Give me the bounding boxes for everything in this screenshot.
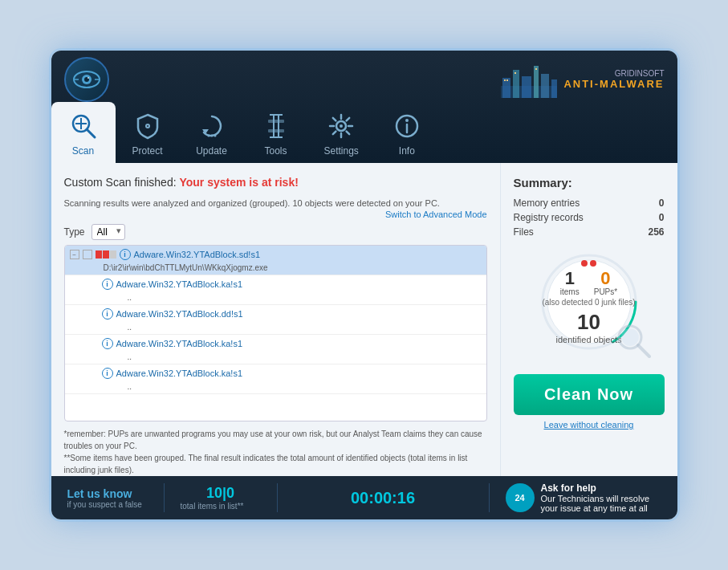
- leave-without-cleaning-link[interactable]: Leave without cleaning: [514, 420, 665, 430]
- summary-visual: 1 items 0 PUPs* (also detected 0 junk fi…: [514, 246, 665, 358]
- svg-rect-9: [522, 76, 531, 98]
- footer-divider-1: [164, 483, 165, 512]
- filter-bar: Type All: [64, 224, 487, 240]
- settings-icon: [325, 110, 357, 142]
- nav-settings-label: Settings: [324, 145, 359, 157]
- summary-files-row: Files 256: [514, 226, 665, 238]
- footer-help: 24 Ask for help Our Technicians will res…: [506, 482, 661, 513]
- switch-mode-link[interactable]: Switch to Advanced Mode: [385, 210, 487, 219]
- svg-rect-28: [268, 120, 284, 123]
- files-label: Files: [514, 226, 534, 238]
- result-row-main: − i Adware.Win32.YTAdBlock.sd!s1: [65, 246, 486, 263]
- pups-count: 0: [594, 270, 617, 287]
- let-us-know-text[interactable]: Let us know: [67, 487, 148, 500]
- footer-count-section: 10|0 total items in list**: [181, 485, 261, 511]
- nav-update[interactable]: Update: [180, 102, 244, 163]
- eye-icon: [73, 71, 100, 88]
- result-row-main: i Adware.Win32.YTAdBlock.ka!s1: [89, 335, 486, 352]
- footer: Let us know if you suspect a false 10|0 …: [51, 476, 677, 519]
- result-row-main: i Adware.Win32.YTAdBlock.ka!s1: [89, 275, 486, 293]
- tools-icon: [260, 110, 292, 142]
- registry-value: 0: [659, 212, 665, 223]
- threat-path: D:\ir2\ir\win\bdChTTLMytUn\WKkqXjogmz.ex…: [65, 263, 486, 275]
- svg-marker-23: [202, 129, 209, 134]
- svg-rect-10: [534, 66, 539, 98]
- result-checkbox[interactable]: [83, 250, 92, 259]
- files-value: 256: [648, 226, 664, 238]
- scan-subtitle: Scanning results were analyzed and organ…: [64, 198, 440, 208]
- brand-area: GRIDINSOFT ANTI-MALWARE: [501, 62, 664, 98]
- help-sub: Our Technicians will resolve your issue …: [541, 494, 661, 513]
- nav-protect[interactable]: Protect: [116, 102, 180, 163]
- svg-point-3: [87, 77, 89, 79]
- logo-area: [64, 57, 109, 102]
- protect-icon: [132, 110, 164, 142]
- svg-point-22: [147, 125, 148, 127]
- threat-path: ..: [89, 382, 486, 393]
- item-count: 10|0: [181, 485, 261, 502]
- table-row[interactable]: i Adware.Win32.YTAdBlock.ka!s1 ..: [65, 335, 486, 364]
- summary-circle: 1 items 0 PUPs* (also detected 0 junk fi…: [533, 246, 645, 358]
- header-top: GRIDINSOFT ANTI-MALWARE: [51, 51, 677, 102]
- footer-divider-2: [277, 483, 278, 512]
- scan-result-title: Custom Scan finished: Your system is at …: [64, 176, 487, 189]
- scan-title-prefix: Custom Scan finished:: [64, 176, 180, 189]
- help-icon: 24: [506, 483, 535, 512]
- svg-point-25: [210, 135, 213, 137]
- results-list: − i Adware.Win32.YTAdBlock.sd!s1 D:\ir2\…: [64, 245, 487, 421]
- svg-line-41: [333, 132, 336, 135]
- info-badge: i: [120, 249, 131, 260]
- sev-gray-1: [110, 250, 116, 259]
- expand-button[interactable]: −: [70, 250, 79, 259]
- main-content: Custom Scan finished: Your system is at …: [51, 163, 677, 476]
- svg-line-39: [347, 132, 350, 135]
- nav-info[interactable]: Info: [375, 102, 439, 163]
- nav-tools-label: Tools: [264, 145, 287, 157]
- footer-report: Let us know if you suspect a false: [67, 487, 148, 509]
- nav-info-label: Info: [399, 145, 415, 157]
- threat-name: Adware.Win32.YTAdBlock.ka!s1: [116, 339, 243, 348]
- scan-title-risk: Your system is at risk!: [179, 176, 298, 189]
- svg-rect-8: [513, 70, 519, 98]
- type-select[interactable]: All: [92, 224, 125, 240]
- threat-path: ..: [89, 293, 486, 304]
- brand-product: ANTI-MALWARE: [563, 78, 664, 90]
- nav-scan[interactable]: Scan: [51, 102, 116, 163]
- registry-label: Registry records: [514, 212, 584, 223]
- severity-indicator: [96, 250, 116, 259]
- nav-scan-label: Scan: [72, 145, 94, 157]
- svg-rect-16: [535, 68, 537, 70]
- sev-red-2: [103, 250, 109, 259]
- table-row[interactable]: i Adware.Win32.YTAdBlock.ka!s1 ..: [65, 275, 486, 305]
- info-badge: i: [102, 368, 113, 379]
- help-text-area: Ask for help Our Technicians will resolv…: [541, 482, 661, 513]
- table-row[interactable]: i Adware.Win32.YTAdBlock.ka!s1 ..: [65, 364, 486, 394]
- pups-label: PUPs*: [594, 287, 617, 296]
- summary-memory-row: Memory entries 0: [514, 197, 665, 209]
- svg-line-50: [638, 345, 649, 356]
- help-title: Ask for help: [541, 482, 661, 494]
- svg-line-40: [347, 118, 350, 121]
- threat-name: Adware.Win32.YTAdBlock.ka!s1: [116, 368, 243, 378]
- summary-registry-row: Registry records 0: [514, 212, 665, 223]
- red-dots: [581, 260, 596, 267]
- update-icon: [196, 110, 228, 142]
- dot-2: [590, 260, 596, 267]
- type-filter[interactable]: All: [92, 224, 125, 240]
- svg-point-44: [405, 119, 409, 122]
- svg-point-33: [340, 124, 343, 128]
- nav-settings[interactable]: Settings: [308, 102, 375, 163]
- clean-now-button[interactable]: Clean Now: [514, 374, 665, 415]
- table-row[interactable]: − i Adware.Win32.YTAdBlock.sd!s1 D:\ir2\…: [65, 246, 486, 275]
- svg-rect-29: [268, 129, 284, 132]
- info-badge: i: [102, 338, 113, 349]
- nav-update-label: Update: [196, 145, 227, 157]
- scan-timer: 00:00:16: [294, 489, 473, 507]
- info-icon: [391, 110, 423, 142]
- items-pups-row: 1 items 0 PUPs*: [560, 270, 617, 296]
- svg-point-24: [207, 135, 209, 137]
- nav-tools[interactable]: Tools: [244, 102, 308, 163]
- memory-value: 0: [659, 197, 665, 209]
- svg-rect-27: [274, 115, 279, 137]
- table-row[interactable]: i Adware.Win32.YTAdBlock.dd!s1 ..: [65, 305, 486, 335]
